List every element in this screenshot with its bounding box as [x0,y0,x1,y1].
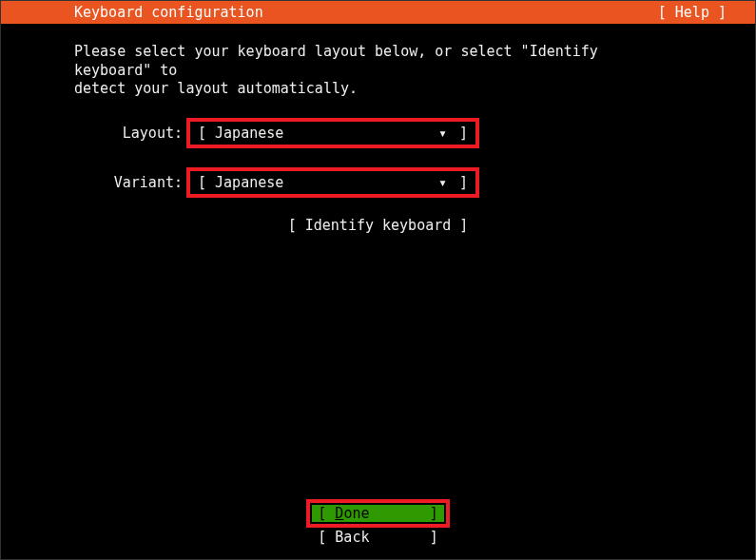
header-bar: Keyboard configuration [ Help ] [1,1,755,24]
footer-buttons: [ Done ] [ Back ] [1,499,755,546]
variant-select[interactable]: [ Japanese▾ ] [186,167,479,198]
done-highlight: [ Done ] [306,499,449,528]
identify-keyboard-button[interactable]: [ Identify keyboard ] [288,217,469,234]
layout-row: Layout: [ Japanese▾ ] [74,118,682,148]
back-button[interactable]: [ Back ] [312,529,443,546]
page-title: Keyboard configuration [74,1,263,24]
done-button[interactable]: [ Done ] [312,505,443,522]
variant-row: Variant: [ Japanese▾ ] [74,167,682,198]
identify-row: [ Identify keyboard ] [74,217,682,234]
instruction-text: Please select your keyboard layout below… [74,43,682,99]
help-button[interactable]: [ Help ] [658,1,736,24]
variant-label: Variant: [74,174,186,191]
chevron-down-icon: ▾ [438,124,447,143]
layout-value: Japanese [215,124,438,143]
chevron-down-icon: ▾ [438,173,447,192]
layout-select[interactable]: [ Japanese▾ ] [186,118,479,148]
content-area: Please select your keyboard layout below… [1,24,755,234]
variant-value: Japanese [215,173,438,192]
layout-label: Layout: [74,125,186,142]
